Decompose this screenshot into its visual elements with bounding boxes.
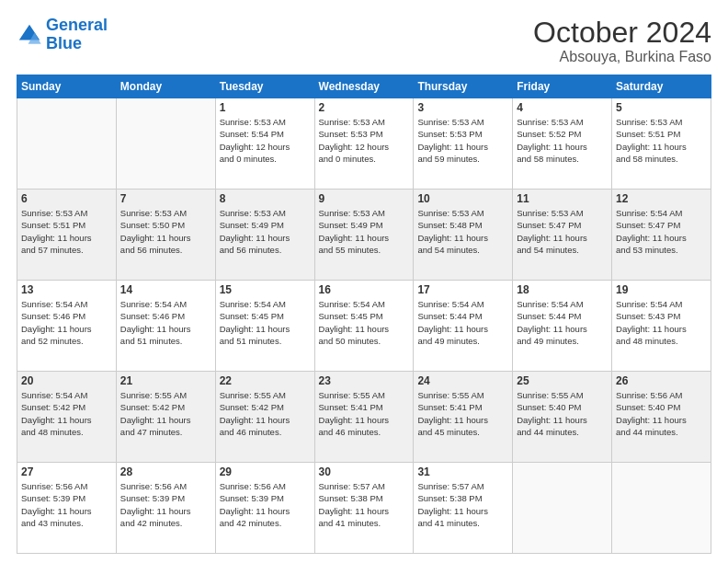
day-number: 21 xyxy=(120,374,211,387)
day-number: 7 xyxy=(120,192,211,205)
header-row: Sunday Monday Tuesday Wednesday Thursday… xyxy=(17,75,711,98)
day-info: Sunrise: 5:55 AM Sunset: 5:42 PM Dayligh… xyxy=(220,389,311,438)
header-thursday: Thursday xyxy=(414,75,513,98)
table-row: 13Sunrise: 5:54 AM Sunset: 5:46 PM Dayli… xyxy=(17,281,117,372)
day-number: 26 xyxy=(616,374,707,387)
day-info: Sunrise: 5:54 AM Sunset: 5:42 PM Dayligh… xyxy=(21,389,112,438)
day-info: Sunrise: 5:55 AM Sunset: 5:41 PM Dayligh… xyxy=(417,389,508,438)
table-row: 28Sunrise: 5:56 AM Sunset: 5:39 PM Dayli… xyxy=(116,463,215,554)
header-sunday: Sunday xyxy=(17,75,117,98)
day-info: Sunrise: 5:53 AM Sunset: 5:51 PM Dayligh… xyxy=(21,207,112,256)
day-number: 5 xyxy=(616,101,707,114)
day-info: Sunrise: 5:57 AM Sunset: 5:38 PM Dayligh… xyxy=(417,480,508,529)
day-info: Sunrise: 5:56 AM Sunset: 5:39 PM Dayligh… xyxy=(120,480,211,529)
day-number: 8 xyxy=(220,192,311,205)
day-info: Sunrise: 5:53 AM Sunset: 5:49 PM Dayligh… xyxy=(319,207,410,256)
day-info: Sunrise: 5:54 AM Sunset: 5:45 PM Dayligh… xyxy=(319,298,410,347)
table-row: 2Sunrise: 5:53 AM Sunset: 5:53 PM Daylig… xyxy=(314,98,414,190)
day-info: Sunrise: 5:55 AM Sunset: 5:40 PM Dayligh… xyxy=(517,389,608,438)
week-row-4: 20Sunrise: 5:54 AM Sunset: 5:42 PM Dayli… xyxy=(17,372,711,463)
table-row xyxy=(17,98,117,190)
day-number: 1 xyxy=(220,101,311,114)
table-row: 9Sunrise: 5:53 AM Sunset: 5:49 PM Daylig… xyxy=(314,190,414,281)
table-row: 31Sunrise: 5:57 AM Sunset: 5:38 PM Dayli… xyxy=(414,463,513,554)
logo: General Blue xyxy=(17,17,108,53)
day-number: 10 xyxy=(417,192,508,205)
day-number: 29 xyxy=(220,465,311,478)
table-row xyxy=(116,98,215,190)
day-number: 27 xyxy=(21,465,112,478)
day-number: 17 xyxy=(417,283,508,296)
day-info: Sunrise: 5:54 AM Sunset: 5:46 PM Dayligh… xyxy=(120,298,211,347)
day-info: Sunrise: 5:56 AM Sunset: 5:39 PM Dayligh… xyxy=(220,480,311,529)
day-number: 4 xyxy=(517,101,608,114)
day-info: Sunrise: 5:54 AM Sunset: 5:43 PM Dayligh… xyxy=(616,298,707,347)
day-info: Sunrise: 5:53 AM Sunset: 5:49 PM Dayligh… xyxy=(220,207,311,256)
day-info: Sunrise: 5:55 AM Sunset: 5:41 PM Dayligh… xyxy=(319,389,410,438)
day-number: 6 xyxy=(21,192,112,205)
table-row: 12Sunrise: 5:54 AM Sunset: 5:47 PM Dayli… xyxy=(612,190,711,281)
table-row: 21Sunrise: 5:55 AM Sunset: 5:42 PM Dayli… xyxy=(116,372,215,463)
day-number: 31 xyxy=(417,465,508,478)
table-row: 5Sunrise: 5:53 AM Sunset: 5:51 PM Daylig… xyxy=(612,98,711,190)
header-monday: Monday xyxy=(116,75,215,98)
calendar: Sunday Monday Tuesday Wednesday Thursday… xyxy=(17,75,711,554)
table-row xyxy=(612,463,711,554)
logo-icon xyxy=(17,22,42,48)
day-number: 18 xyxy=(517,283,608,296)
day-info: Sunrise: 5:54 AM Sunset: 5:46 PM Dayligh… xyxy=(21,298,112,347)
main-title: October 2024 xyxy=(533,17,711,49)
table-row: 3Sunrise: 5:53 AM Sunset: 5:53 PM Daylig… xyxy=(414,98,513,190)
day-info: Sunrise: 5:53 AM Sunset: 5:51 PM Dayligh… xyxy=(616,116,707,165)
table-row: 8Sunrise: 5:53 AM Sunset: 5:49 PM Daylig… xyxy=(215,190,314,281)
table-row: 19Sunrise: 5:54 AM Sunset: 5:43 PM Dayli… xyxy=(612,281,711,372)
header: General Blue October 2024 Absouya, Burki… xyxy=(17,17,711,65)
day-info: Sunrise: 5:53 AM Sunset: 5:52 PM Dayligh… xyxy=(517,116,608,165)
table-row: 15Sunrise: 5:54 AM Sunset: 5:45 PM Dayli… xyxy=(215,281,314,372)
table-row: 23Sunrise: 5:55 AM Sunset: 5:41 PM Dayli… xyxy=(314,372,414,463)
day-number: 14 xyxy=(120,283,211,296)
header-saturday: Saturday xyxy=(612,75,711,98)
table-row: 6Sunrise: 5:53 AM Sunset: 5:51 PM Daylig… xyxy=(17,190,117,281)
table-row: 14Sunrise: 5:54 AM Sunset: 5:46 PM Dayli… xyxy=(116,281,215,372)
day-info: Sunrise: 5:56 AM Sunset: 5:39 PM Dayligh… xyxy=(21,480,112,529)
table-row: 22Sunrise: 5:55 AM Sunset: 5:42 PM Dayli… xyxy=(215,372,314,463)
day-number: 9 xyxy=(319,192,410,205)
table-row: 11Sunrise: 5:53 AM Sunset: 5:47 PM Dayli… xyxy=(513,190,612,281)
table-row: 7Sunrise: 5:53 AM Sunset: 5:50 PM Daylig… xyxy=(116,190,215,281)
table-row: 25Sunrise: 5:55 AM Sunset: 5:40 PM Dayli… xyxy=(513,372,612,463)
day-number: 28 xyxy=(120,465,211,478)
day-number: 19 xyxy=(616,283,707,296)
day-number: 3 xyxy=(417,101,508,114)
header-tuesday: Tuesday xyxy=(215,75,314,98)
table-row: 20Sunrise: 5:54 AM Sunset: 5:42 PM Dayli… xyxy=(17,372,117,463)
day-number: 12 xyxy=(616,192,707,205)
table-row: 29Sunrise: 5:56 AM Sunset: 5:39 PM Dayli… xyxy=(215,463,314,554)
day-number: 2 xyxy=(319,101,410,114)
day-number: 30 xyxy=(319,465,410,478)
week-row-3: 13Sunrise: 5:54 AM Sunset: 5:46 PM Dayli… xyxy=(17,281,711,372)
table-row: 17Sunrise: 5:54 AM Sunset: 5:44 PM Dayli… xyxy=(414,281,513,372)
day-info: Sunrise: 5:53 AM Sunset: 5:53 PM Dayligh… xyxy=(417,116,508,165)
day-info: Sunrise: 5:54 AM Sunset: 5:47 PM Dayligh… xyxy=(616,207,707,256)
week-row-1: 1Sunrise: 5:53 AM Sunset: 5:54 PM Daylig… xyxy=(17,98,711,190)
title-block: October 2024 Absouya, Burkina Faso xyxy=(533,17,711,65)
header-friday: Friday xyxy=(513,75,612,98)
table-row: 24Sunrise: 5:55 AM Sunset: 5:41 PM Dayli… xyxy=(414,372,513,463)
day-info: Sunrise: 5:56 AM Sunset: 5:40 PM Dayligh… xyxy=(616,389,707,438)
day-number: 22 xyxy=(220,374,311,387)
day-number: 20 xyxy=(21,374,112,387)
logo-text: General Blue xyxy=(46,17,108,53)
table-row: 10Sunrise: 5:53 AM Sunset: 5:48 PM Dayli… xyxy=(414,190,513,281)
day-info: Sunrise: 5:57 AM Sunset: 5:38 PM Dayligh… xyxy=(319,480,410,529)
day-info: Sunrise: 5:55 AM Sunset: 5:42 PM Dayligh… xyxy=(120,389,211,438)
week-row-5: 27Sunrise: 5:56 AM Sunset: 5:39 PM Dayli… xyxy=(17,463,711,554)
table-row: 30Sunrise: 5:57 AM Sunset: 5:38 PM Dayli… xyxy=(314,463,414,554)
day-info: Sunrise: 5:54 AM Sunset: 5:45 PM Dayligh… xyxy=(220,298,311,347)
day-info: Sunrise: 5:53 AM Sunset: 5:48 PM Dayligh… xyxy=(417,207,508,256)
page: General Blue October 2024 Absouya, Burki… xyxy=(0,0,728,563)
day-info: Sunrise: 5:53 AM Sunset: 5:54 PM Dayligh… xyxy=(220,116,311,165)
table-row xyxy=(513,463,612,554)
day-number: 11 xyxy=(517,192,608,205)
day-info: Sunrise: 5:53 AM Sunset: 5:53 PM Dayligh… xyxy=(319,116,410,165)
